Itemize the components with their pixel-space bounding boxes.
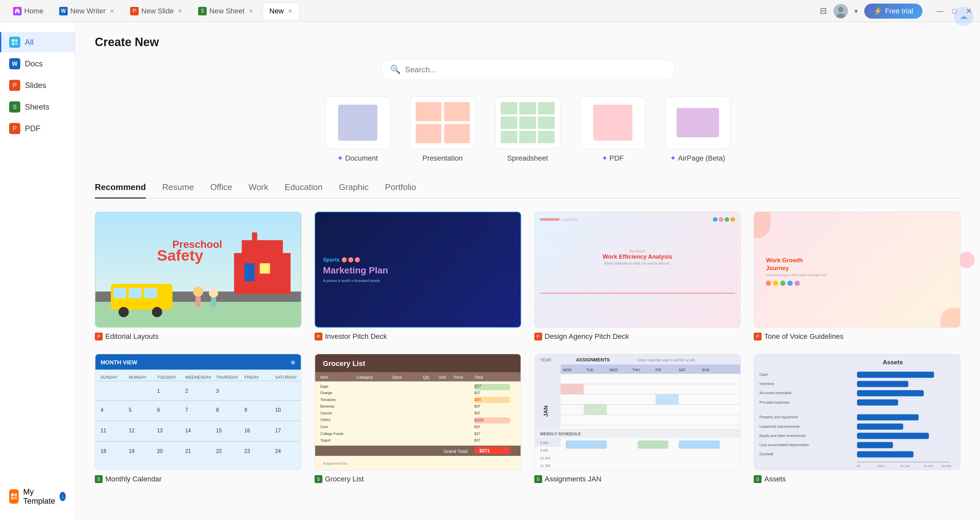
- svg-rect-31: [95, 354, 301, 470]
- svg-text:5: 5: [129, 407, 132, 413]
- svg-text:Unit: Unit: [438, 375, 446, 380]
- type-card-presentation[interactable]: Presentation: [410, 97, 476, 162]
- svg-rect-130: [583, 405, 606, 415]
- template-card-tone[interactable]: Work GrowthJourney Insert a punting or c…: [754, 211, 960, 341]
- tab-slide[interactable]: P New Slide ✕: [124, 3, 189, 20]
- tone-name: P Tone of Voice Guidelines: [754, 332, 960, 341]
- investor-type-icon: P: [315, 332, 322, 340]
- svg-text:$37: $37: [474, 425, 480, 429]
- home-tab-label: Home: [24, 7, 43, 15]
- cat-tab-recommend[interactable]: Recommend: [95, 182, 146, 199]
- presentation-preview: [410, 97, 476, 149]
- svg-text:11 AM: 11 AM: [540, 464, 550, 468]
- svg-text:Total: Total: [474, 375, 483, 380]
- svg-text:11: 11: [100, 428, 106, 433]
- type-card-pdf[interactable]: ✦ PDF: [580, 97, 646, 162]
- writer-tab-close[interactable]: ✕: [110, 8, 115, 15]
- type-card-spreadsheet[interactable]: Spreadsheet: [495, 97, 560, 162]
- svg-rect-158: [857, 442, 893, 448]
- template-card-assignments[interactable]: YEAR ASSIGNMENTS Enter calendar year to …: [534, 354, 741, 483]
- my-template-icon: [9, 489, 19, 504]
- document-ai-star: ✦: [337, 154, 343, 162]
- sidebar-item-docs[interactable]: W Docs: [0, 54, 75, 74]
- writer-tab-icon: W: [59, 7, 68, 15]
- lightning-icon: ⚡: [873, 7, 882, 15]
- tab-home[interactable]: Home: [6, 3, 50, 20]
- sidebar-item-slides[interactable]: P Slides: [0, 75, 75, 95]
- pdf-icon: P: [9, 123, 20, 134]
- type-card-document[interactable]: ✦ Document: [325, 97, 390, 162]
- svg-rect-18: [259, 263, 270, 274]
- tone-thumb: Work GrowthJourney Insert a punting or c…: [754, 211, 960, 328]
- svg-text:Assets: Assets: [883, 359, 903, 366]
- svg-text:15: 15: [216, 428, 222, 433]
- template-card-investor[interactable]: Sports 🎯🎯🎯 Marketing Plan A picture is w…: [315, 211, 521, 341]
- svg-rect-30: [211, 297, 216, 307]
- svg-text:14: 14: [185, 428, 191, 433]
- minimize-button[interactable]: —: [935, 6, 945, 16]
- svg-text:16: 16: [244, 428, 250, 433]
- slide-tab-close[interactable]: ✕: [178, 8, 183, 15]
- svg-rect-6: [15, 43, 18, 45]
- spreadsheet-label: Spreadsheet: [507, 154, 548, 162]
- svg-text:4: 4: [100, 407, 103, 413]
- svg-text:Equity and other investments: Equity and other investments: [760, 434, 806, 437]
- type-card-airpage[interactable]: ✦ AirPage (Beta): [665, 97, 730, 162]
- tab-sheet[interactable]: S New Sheet ✕: [192, 3, 260, 20]
- new-tab-close[interactable]: ✕: [288, 8, 293, 15]
- svg-rect-10: [14, 497, 17, 499]
- sidebar-item-sheets-label: Sheets: [25, 102, 49, 111]
- template-card-preschool[interactable]: Preschool Safety: [95, 211, 301, 341]
- svg-rect-9: [11, 497, 14, 499]
- sidebar-item-all-label: All: [25, 38, 34, 47]
- svg-rect-128: [560, 384, 584, 394]
- svg-text:Inventory: Inventory: [760, 382, 775, 386]
- cat-tab-office[interactable]: Office: [210, 182, 232, 199]
- cat-tab-work[interactable]: Work: [248, 182, 268, 199]
- sidebar-item-sheets[interactable]: S Sheets: [0, 97, 75, 117]
- cat-tab-education[interactable]: Education: [285, 182, 323, 199]
- cat-tab-graphic[interactable]: Graphic: [339, 182, 369, 199]
- svg-text:1: 1: [157, 388, 160, 394]
- svg-text:8 AM: 8 AM: [540, 441, 548, 445]
- svg-rect-14: [234, 253, 291, 294]
- svg-text:Bananas: Bananas: [320, 405, 334, 409]
- template-card-assets[interactable]: Assets Cash Inventory Accounts receivabl…: [754, 354, 960, 483]
- avatar[interactable]: [834, 4, 848, 18]
- free-trial-button[interactable]: ⚡ Free trial: [864, 3, 923, 19]
- airpage-preview: [665, 97, 730, 149]
- svg-text:Pre-paid expenses: Pre-paid expenses: [760, 400, 790, 404]
- svg-text:$37: $37: [474, 411, 480, 415]
- design-type-icon: P: [534, 332, 542, 340]
- tab-writer[interactable]: W New Writer ✕: [52, 3, 121, 20]
- svg-rect-83: [474, 384, 510, 390]
- sidebar-item-pdf[interactable]: P PDF: [0, 118, 75, 139]
- tab-new[interactable]: New ✕: [262, 3, 299, 20]
- sidebar-item-pdf-label: PDF: [25, 124, 41, 133]
- cat-tab-resume[interactable]: Resume: [162, 182, 194, 199]
- svg-text:$37: $37: [474, 432, 480, 436]
- titlebar: Home W New Writer ✕ P New Slide ✕ S New …: [0, 0, 980, 22]
- svg-text:23: 23: [244, 448, 250, 454]
- sheet-tab-close[interactable]: ✕: [248, 8, 253, 15]
- svg-text:$37: $37: [474, 438, 480, 442]
- sidebar-toggle-icon[interactable]: ⊟: [820, 6, 827, 16]
- cat-tab-portfolio[interactable]: Portfolio: [385, 182, 416, 199]
- svg-text:TUESDAY: TUESDAY: [157, 375, 176, 380]
- template-card-grocery[interactable]: Grocery List Item Category Store Qty Uni…: [315, 354, 521, 483]
- slides-icon: P: [9, 80, 20, 91]
- template-card-design[interactable]: Logo Here Business Work Efficiency Analy…: [534, 211, 741, 341]
- search-input[interactable]: [405, 65, 665, 74]
- sidebar-my-template[interactable]: My Template ↓: [0, 483, 75, 510]
- svg-rect-155: [857, 414, 918, 421]
- svg-text:FRI: FRI: [655, 368, 661, 372]
- svg-text:MON: MON: [563, 368, 571, 372]
- avatar-chevron[interactable]: ▾: [854, 7, 858, 15]
- template-card-monthly[interactable]: MONTH VIEW ⊕ SUNDAY MONDAY TUESDAY WEDNE…: [95, 354, 301, 483]
- svg-text:$271: $271: [479, 448, 490, 453]
- svg-text:24: 24: [275, 448, 281, 454]
- monthly-thumb: MONTH VIEW ⊕ SUNDAY MONDAY TUESDAY WEDNE…: [95, 354, 301, 470]
- svg-point-25: [118, 307, 129, 317]
- sidebar-item-all[interactable]: All: [0, 32, 75, 52]
- svg-rect-24: [144, 288, 157, 298]
